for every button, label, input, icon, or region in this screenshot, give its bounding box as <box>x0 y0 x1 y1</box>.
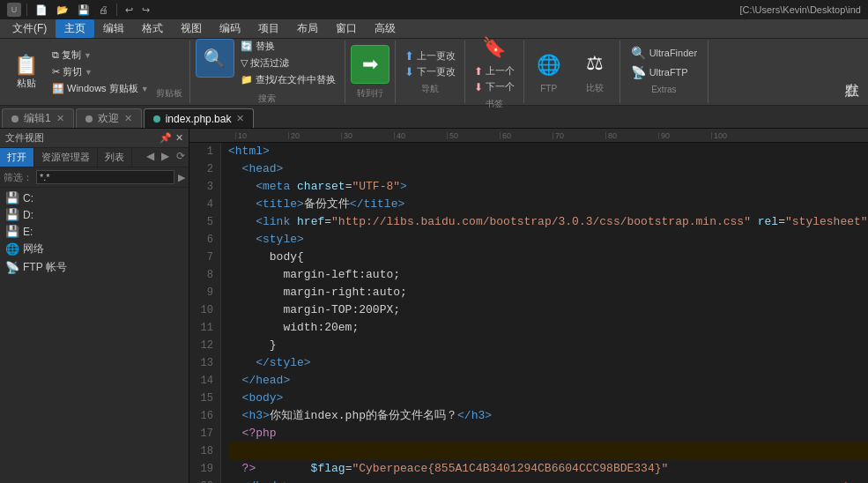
panel-nav-right[interactable]: ▶ <box>158 148 173 167</box>
tab-welcome[interactable]: 欢迎 ✕ <box>76 108 142 128</box>
ftp-button[interactable]: 🌐 <box>530 51 568 79</box>
menu-view[interactable]: 视图 <box>172 19 211 38</box>
code-line-16: <h3>你知道index.php的备份文件名吗？</h3> <box>228 407 868 425</box>
cut-button[interactable]: ✂ 剪切 ▼ <box>48 64 152 79</box>
window-title: [C:\Users\Kevin\Desktop\ind <box>739 4 861 15</box>
tab-indexphpbak[interactable]: index.php.bak ✕ <box>144 108 255 128</box>
panel-refresh[interactable]: ⟳ <box>173 148 189 167</box>
tab-editor1-close[interactable]: ✕ <box>56 114 64 123</box>
down-arrow-icon: ⬇ <box>404 65 414 78</box>
windows-icon: 🪟 <box>52 83 64 94</box>
new-icon[interactable]: 📄 <box>33 4 50 16</box>
panel-nav-left[interactable]: ◀ <box>143 148 158 167</box>
code-container[interactable]: 1 2 3 4 5 6 7 8 9 10 11 12 13 14 15 16 1… <box>189 143 868 483</box>
extras-label: Extras <box>626 83 702 94</box>
ftp-label: FTP 帐号 <box>23 260 67 275</box>
tree-item-e[interactable]: 💾 E: <box>0 223 189 240</box>
up-arrow-icon: ⬆ <box>404 49 414 63</box>
ruler: 10 20 30 40 50 60 70 80 90 100 <box>189 129 868 143</box>
title-sep <box>26 4 27 16</box>
ln-9: 9 <box>197 284 213 301</box>
next-change-button[interactable]: ⬇ 下一更改 <box>401 64 459 79</box>
ftp-group: 🌐 FTP ⚖ 比较 <box>524 41 620 103</box>
cut-dropdown[interactable]: ▼ <box>85 68 93 77</box>
tab-editor1[interactable]: 编辑1 ✕ <box>2 108 74 128</box>
panel-tab-list[interactable]: 列表 <box>98 148 132 167</box>
windows-clipboard-button[interactable]: 🪟 Windows 剪贴板 ▼ <box>48 81 152 96</box>
code-line-11: width:20em; <box>228 319 868 337</box>
drive-c-label: C: <box>23 192 33 204</box>
menu-window[interactable]: 窗口 <box>327 19 366 38</box>
menu-layout[interactable]: 布局 <box>288 19 327 38</box>
save-icon[interactable]: 💾 <box>75 4 93 16</box>
menu-format[interactable]: 格式 <box>133 19 172 38</box>
next-bookmark-button[interactable]: ⬇ 下一个 <box>471 79 518 94</box>
panel-tab-open[interactable]: 打开 <box>0 148 34 167</box>
code-line-2: <head> <box>228 160 868 178</box>
open-icon[interactable]: 📂 <box>54 4 71 16</box>
menu-file[interactable]: 文件(F) <box>4 19 56 38</box>
find-in-files-button[interactable]: 📁 查找/在文件中替换 <box>237 72 339 87</box>
nav-label: 导航 <box>421 81 439 95</box>
tree-item-d[interactable]: 💾 D: <box>0 206 189 223</box>
goto-button[interactable]: ➡ <box>351 45 389 84</box>
tab-index-close[interactable]: ✕ <box>236 114 244 123</box>
undo-icon[interactable]: ↩ <box>122 4 136 16</box>
menu-encode[interactable]: 编码 <box>211 19 249 38</box>
paste-button[interactable]: 📋 粘贴 <box>7 50 45 93</box>
copy-button[interactable]: ⧉ 复制 ▼ <box>48 48 152 63</box>
drive-c-icon: 💾 <box>5 191 19 204</box>
ruler-10: 10 <box>235 132 288 139</box>
find-button[interactable]: 🔍 <box>196 39 234 78</box>
ln-5: 5 <box>197 213 213 231</box>
code-line-5: <link href="http://libs.baidu.com/bootst… <box>228 213 868 231</box>
left-panel: 文件视图 📌 ✕ 打开 资源管理器 列表 ◀ ▶ ⟳ 筛选： ▶ 💾 C: 💾 … <box>0 129 189 483</box>
title-bar: U 📄 📂 💾 🖨 ↩ ↪ [C:\Users\Kevin\Desktop\in… <box>0 0 868 19</box>
code-line-14: </head> <box>228 372 868 390</box>
compare-button[interactable]: ⚖ <box>575 49 614 78</box>
uf-icon: 🔍 <box>631 46 646 60</box>
tab-index-label: index.php.bak <box>166 113 232 125</box>
filter-input[interactable] <box>36 170 174 184</box>
code-line-4: <title>备份文件</title> <box>228 196 868 213</box>
tree-item-ftp[interactable]: 📡 FTP 帐号 <box>0 258 189 277</box>
filter-button[interactable]: ▽ 按活过滤 <box>237 56 339 71</box>
copy-dropdown[interactable]: ▼ <box>84 51 92 60</box>
print-icon[interactable]: 🖨 <box>96 4 111 15</box>
ln-11: 11 <box>197 319 213 337</box>
ruler-90: 90 <box>658 132 711 139</box>
panel-tab-explorer[interactable]: 资源管理器 <box>34 148 98 167</box>
tree-item-c[interactable]: 💾 C: <box>0 189 189 206</box>
panel-close-icon[interactable]: ✕ <box>175 132 183 144</box>
tree-item-network[interactable]: 🌐 网络 <box>0 240 189 258</box>
menu-advanced[interactable]: 高级 <box>366 19 404 38</box>
tab-editor1-label: 编辑1 <box>24 111 51 126</box>
files-icon: 📁 <box>241 74 253 85</box>
menu-project[interactable]: 项目 <box>249 19 288 38</box>
code-line-19: ?> <box>228 460 868 478</box>
code-line-8: margin-left:auto; <box>228 266 868 284</box>
ln-14: 14 <box>197 372 213 390</box>
ln-6: 6 <box>197 231 213 249</box>
ln-2: 2 <box>197 160 213 178</box>
code-line-12: } <box>228 337 868 354</box>
prev-bookmark-button[interactable]: ⬆ 上一个 <box>471 63 518 78</box>
redo-icon[interactable]: ↪ <box>139 4 152 16</box>
code-content[interactable]: <html> <head> <meta charset="UTF-8"> <ti… <box>221 143 868 483</box>
menu-edit[interactable]: 编辑 <box>94 19 133 38</box>
prev-change-button[interactable]: ⬆ 上一更改 <box>401 48 459 63</box>
replace-button[interactable]: 🔄 替换 <box>237 39 339 54</box>
ultraftp-button[interactable]: 📡 UltraFTP <box>626 63 702 81</box>
code-line-15: <body> <box>228 390 868 407</box>
wclip-dropdown[interactable]: ▼ <box>141 85 149 93</box>
bookmark-button[interactable]: 🔖 <box>475 33 513 62</box>
menu-home[interactable]: 主页 <box>56 19 94 38</box>
extras-group: 🔍 UltraFinder 📡 UltraFTP Extras <box>620 41 708 103</box>
filter-apply[interactable]: ▶ <box>178 172 185 183</box>
scroll-right-button[interactable]: 在默 <box>835 41 868 103</box>
ultrafinder-button[interactable]: 🔍 UltraFinder <box>626 44 702 62</box>
ruler-100: 100 <box>711 132 764 139</box>
file-tree: 💾 C: 💾 D: 💾 E: 🌐 网络 📡 FTP 帐号 <box>0 188 189 483</box>
tab-welcome-close[interactable]: ✕ <box>124 114 132 123</box>
panel-pin-icon[interactable]: 📌 <box>160 132 172 144</box>
